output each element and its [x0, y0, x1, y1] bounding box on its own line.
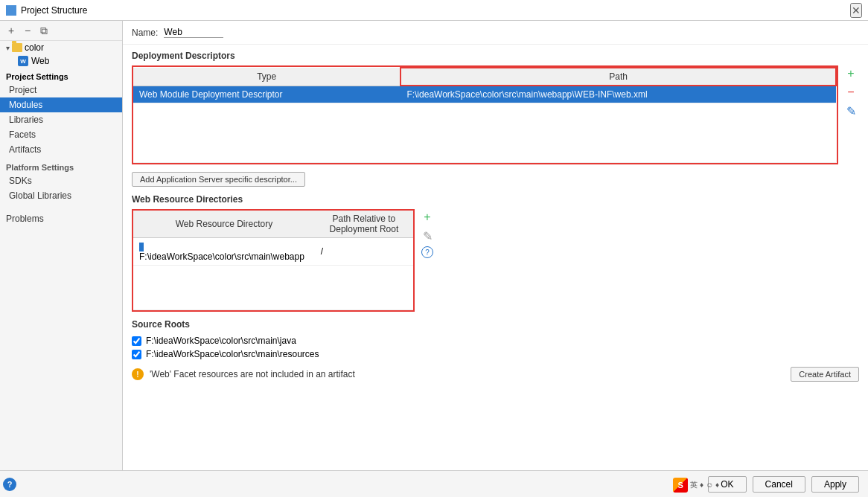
- sidebar-item-global-libraries[interactable]: Global Libraries: [0, 188, 122, 203]
- web-resource-directories-title: Web Resource Directories: [132, 194, 859, 205]
- title-bar-left: Project Structure: [6, 5, 87, 16]
- add-module-button[interactable]: +: [4, 24, 18, 37]
- project-settings-label: Project Settings: [0, 68, 122, 83]
- watermark-text: 英 ♦ ☺ ♦: [690, 480, 719, 490]
- add-resource-dir-button[interactable]: +: [419, 209, 435, 225]
- wrd-col-dir: Web Resource Directory: [133, 211, 315, 238]
- cancel-button[interactable]: Cancel: [753, 476, 805, 493]
- sidebar-item-modules-label: Modules: [9, 100, 42, 110]
- platform-settings-label: Platform Settings: [0, 157, 122, 173]
- sidebar-item-project[interactable]: Project: [0, 83, 122, 97]
- content-area: Name: Web Deployment Descriptors Type Pa…: [123, 21, 868, 470]
- sidebar-divider: [0, 203, 122, 209]
- title-bar: Project Structure ✕: [0, 0, 868, 21]
- dd-row-path: F:\ideaWorkSpace\color\src\main\webapp\W…: [401, 86, 836, 103]
- wrd-row-path: /: [315, 238, 413, 266]
- name-value: Web: [164, 27, 223, 38]
- source-root-path-0: F:\ideaWorkSpace\color\src\main\java: [146, 336, 296, 346]
- folder-icon: [12, 43, 22, 52]
- sidebar-item-project-label: Project: [9, 85, 36, 95]
- content-header: Name: Web: [123, 21, 868, 45]
- sidebar-item-libraries[interactable]: Libraries: [0, 112, 122, 127]
- apply-button[interactable]: Apply: [811, 476, 859, 493]
- dd-row-type: Web Module Deployment Descriptor: [133, 86, 401, 103]
- add-descriptor-button[interactable]: +: [843, 65, 859, 82]
- sidebar-item-modules[interactable]: Modules: [0, 97, 122, 112]
- remove-descriptor-button[interactable]: −: [843, 84, 859, 100]
- deployment-descriptors-section: Type Path Web Module Deployment Descript…: [132, 65, 859, 164]
- sidebar-item-libraries-label: Libraries: [9, 115, 43, 125]
- table-row-empty: [133, 266, 413, 310]
- sidebar-item-sdks[interactable]: SDKs: [0, 173, 122, 188]
- warning-icon: !: [132, 368, 144, 380]
- watermark: S 英 ♦ ☺ ♦: [673, 478, 719, 493]
- sidebar-item-global-libraries-label: Global Libraries: [9, 190, 71, 201]
- edit-descriptor-button[interactable]: ✎: [843, 103, 859, 119]
- source-roots-section: Source Roots F:\ideaWorkSpace\color\src\…: [132, 319, 859, 361]
- remove-module-button[interactable]: −: [21, 24, 34, 37]
- window-title: Project Structure: [21, 5, 87, 16]
- deployment-descriptors-table-wrapper: Type Path Web Module Deployment Descript…: [132, 65, 838, 164]
- warning-text: 'Web' Facet resources are not included i…: [150, 369, 355, 379]
- sidebar-problems-label: Problems: [6, 214, 44, 224]
- help-button[interactable]: ?: [3, 478, 16, 491]
- close-button[interactable]: ✕: [850, 3, 862, 18]
- web-resource-table: Web Resource Directory Path Relative to …: [133, 211, 413, 310]
- web-resource-directories-section: Web Resource Directory Path Relative to …: [132, 209, 859, 312]
- sidebar-toolbar: + − ⧉: [0, 21, 122, 41]
- source-root-item-1: F:\ideaWorkSpace\color\src\main\resource…: [132, 347, 859, 361]
- dd-col-type: Type: [133, 68, 401, 86]
- table-row-empty: [133, 103, 836, 163]
- source-root-checkbox-1[interactable]: [132, 350, 141, 359]
- sidebar-item-facets-label: Facets: [9, 129, 36, 140]
- sidebar-item-artifacts-label: Artifacts: [9, 144, 41, 155]
- deployment-descriptors-actions: + − ✎: [838, 65, 859, 119]
- web-resource-table-wrapper: Web Resource Directory Path Relative to …: [132, 209, 415, 312]
- source-root-checkbox-0[interactable]: [132, 336, 141, 346]
- main-container: + − ⧉ ▾ color W Web Project Settings Pro…: [0, 21, 868, 470]
- sidebar: + − ⧉ ▾ color W Web Project Settings Pro…: [0, 21, 123, 470]
- watermark-s-icon: S: [673, 478, 688, 493]
- tree-item-web[interactable]: W Web: [0, 54, 122, 68]
- tree-item-label: color: [25, 42, 44, 53]
- tree-arrow: ▾: [6, 44, 10, 52]
- table-row[interactable]: Web Module Deployment Descriptor F:\idea…: [133, 86, 836, 103]
- wrd-col-path: Path Relative to Deployment Root: [315, 211, 413, 238]
- sidebar-item-artifacts[interactable]: Artifacts: [0, 142, 122, 157]
- add-app-server-button[interactable]: Add Application Server specific descript…: [132, 172, 305, 187]
- dd-col-path: Path: [401, 68, 836, 86]
- web-icon: W: [18, 56, 28, 66]
- source-roots-title: Source Roots: [132, 319, 859, 330]
- web-resource-actions: + ✎ ?: [415, 209, 435, 258]
- bottom-bar: ? S 英 ♦ ☺ ♦ OK Cancel Apply: [0, 470, 868, 497]
- edit-resource-dir-button[interactable]: ✎: [419, 228, 435, 244]
- app-icon: [6, 5, 16, 16]
- web-item-label: Web: [31, 56, 49, 66]
- sidebar-item-sdks-label: SDKs: [9, 176, 32, 186]
- table-row[interactable]: F:\ideaWorkSpace\color\src\main\webapp /: [133, 238, 413, 266]
- warning-row: ! 'Web' Facet resources are not included…: [132, 367, 859, 382]
- deployment-descriptors-table: Type Path Web Module Deployment Descript…: [133, 67, 837, 163]
- source-root-item-0: F:\ideaWorkSpace\color\src\main\java: [132, 334, 859, 347]
- tree-item-color[interactable]: ▾ color: [0, 41, 122, 54]
- sidebar-item-facets[interactable]: Facets: [0, 127, 122, 142]
- wrd-row-dir: F:\ideaWorkSpace\color\src\main\webapp: [133, 238, 315, 266]
- help-resource-dir-button[interactable]: ?: [421, 246, 433, 258]
- source-root-path-1: F:\ideaWorkSpace\color\src\main\resource…: [146, 349, 319, 359]
- copy-module-button[interactable]: ⧉: [37, 24, 51, 37]
- create-artifact-button[interactable]: Create Artifact: [791, 367, 859, 382]
- deployment-descriptors-title: Deployment Descriptors: [132, 51, 859, 61]
- sidebar-item-problems[interactable]: Problems: [0, 209, 122, 225]
- name-label: Name:: [132, 28, 158, 38]
- content-scroll: Deployment Descriptors Type Path Web Mod: [123, 45, 868, 470]
